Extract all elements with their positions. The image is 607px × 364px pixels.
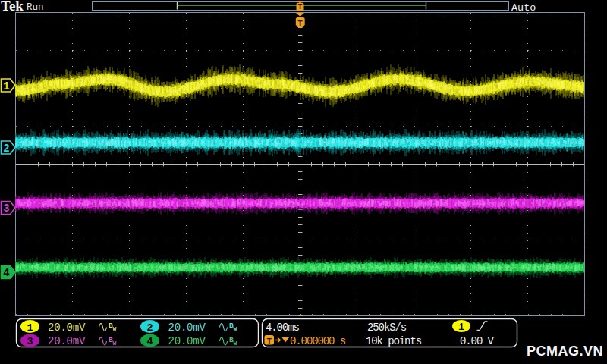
svg-text:0.00 V: 0.00 V [460, 335, 495, 347]
svg-text:Tek: Tek [1, 0, 24, 14]
svg-text:3: 3 [3, 202, 9, 215]
svg-text:1: 1 [27, 322, 33, 334]
svg-text:20.0mV: 20.0mV [48, 322, 86, 334]
svg-text:Run: Run [27, 2, 44, 13]
svg-text:PCMAG.VN: PCMAG.VN [527, 344, 603, 359]
svg-text:W: W [113, 325, 117, 332]
svg-text:4.00ms: 4.00ms [266, 322, 300, 334]
svg-text:20.0mV: 20.0mV [48, 335, 86, 347]
svg-text:W: W [234, 325, 237, 332]
svg-text:20.0mV: 20.0mV [168, 335, 206, 347]
svg-text:3: 3 [27, 336, 33, 347]
svg-text:T: T [297, 3, 302, 11]
svg-text:4: 4 [146, 336, 153, 347]
svg-text:1: 1 [3, 80, 9, 93]
svg-text:Auto: Auto [511, 2, 536, 14]
svg-text:W: W [113, 340, 117, 347]
svg-text:0.000000 s: 0.000000 s [290, 335, 346, 347]
svg-text:4: 4 [3, 267, 9, 279]
svg-text:250kS/s: 250kS/s [367, 322, 407, 334]
svg-text:T: T [266, 337, 272, 346]
svg-text:10k points: 10k points [366, 335, 422, 347]
svg-text:20.0mV: 20.0mV [168, 322, 206, 334]
svg-text:2: 2 [146, 322, 153, 334]
svg-text:W: W [234, 340, 237, 347]
svg-text:T: T [297, 19, 303, 28]
svg-text:1: 1 [458, 322, 464, 333]
svg-text:2: 2 [3, 143, 9, 155]
